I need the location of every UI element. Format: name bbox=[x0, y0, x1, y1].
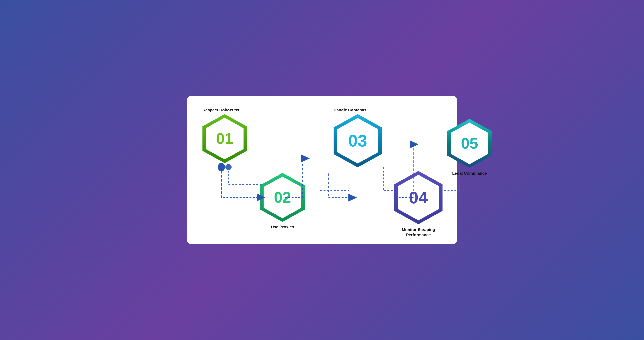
label-02: Use Proxies bbox=[271, 225, 294, 229]
node-04: 04 Monitor Scraping Performance bbox=[392, 171, 446, 237]
node-03: Handle Captchas 03 bbox=[334, 107, 382, 167]
label-05: Legal Compliance bbox=[452, 171, 487, 176]
label-04: Monitor Scraping Performance bbox=[392, 227, 446, 237]
label-03: Handle Captchas bbox=[334, 107, 366, 113]
num-05: 05 bbox=[461, 135, 478, 152]
node-05: 05 Legal Compliance bbox=[447, 119, 492, 176]
num-01: 01 bbox=[216, 130, 233, 147]
diagram: Respect Robots.txt 01 02 Use Proxies Han… bbox=[198, 107, 446, 231]
node-01: Respect Robots.txt 01 bbox=[202, 107, 247, 163]
num-04: 04 bbox=[409, 188, 428, 207]
label-01: Respect Robots.txt bbox=[202, 107, 239, 113]
num-02: 02 bbox=[274, 189, 291, 206]
node-02: 02 Use Proxies bbox=[260, 173, 305, 229]
num-03: 03 bbox=[348, 131, 367, 151]
main-card: Respect Robots.txt 01 02 Use Proxies Han… bbox=[187, 96, 457, 244]
